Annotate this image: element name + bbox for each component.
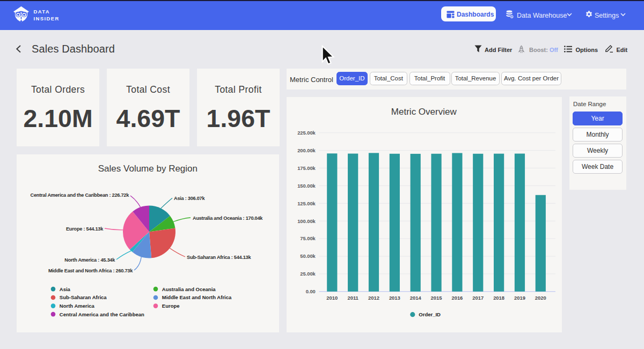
svg-text:North America: North America <box>60 303 95 309</box>
svg-text:2020: 2020 <box>535 295 546 301</box>
svg-text:Europe: Europe <box>162 303 180 309</box>
svg-text:100.00k: 100.00k <box>297 219 316 224</box>
svg-text:Central America and the Caribb: Central America and the Caribbean <box>60 311 144 317</box>
svg-text:2011: 2011 <box>347 295 358 301</box>
svg-text:Asia: Asia <box>60 286 71 292</box>
svg-text:2017: 2017 <box>472 295 484 301</box>
svg-text:2016: 2016 <box>451 295 463 301</box>
svg-text:2012: 2012 <box>368 295 379 301</box>
svg-text:Australia and Oceania : 170.04: Australia and Oceania : 170.04k <box>193 216 263 221</box>
svg-text:North America : 45.34k: North America : 45.34k <box>64 257 115 263</box>
svg-text:2015: 2015 <box>431 295 442 301</box>
svg-text:150.00k: 150.00k <box>297 183 316 189</box>
svg-text:Middle East and North Africa :: Middle East and North Africa : 260.73k <box>48 268 133 273</box>
svg-text:Metric Overview: Metric Overview <box>391 107 457 117</box>
svg-text:25.00k: 25.00k <box>300 271 316 277</box>
svg-text:Central America and the Caribb: Central America and the Caribbean : 226.… <box>31 192 130 198</box>
svg-text:2010: 2010 <box>326 295 338 301</box>
svg-text:75.00k: 75.00k <box>300 236 316 241</box>
svg-text:Sales Volume by Region: Sales Volume by Region <box>98 164 197 174</box>
svg-text:Europe : 544.13k: Europe : 544.13k <box>66 226 104 232</box>
svg-text:Sub-Saharan Africa: Sub-Saharan Africa <box>60 294 107 300</box>
svg-text:200.00k: 200.00k <box>297 148 316 153</box>
svg-text:Order_ID: Order_ID <box>419 311 441 317</box>
svg-text:225.00k: 225.00k <box>297 130 316 136</box>
svg-text:2013: 2013 <box>389 295 400 301</box>
svg-text:Sub-Saharan Africa : 544.13k: Sub-Saharan Africa : 544.13k <box>187 255 251 260</box>
svg-text:Asia : 306.07k: Asia : 306.07k <box>174 196 205 201</box>
svg-text:Middle East and North Africa: Middle East and North Africa <box>162 294 232 300</box>
svg-text:0.00: 0.00 <box>306 289 316 294</box>
svg-text:2014: 2014 <box>410 295 422 301</box>
svg-text:175.00k: 175.00k <box>297 166 316 171</box>
svg-text:125.00k: 125.00k <box>297 201 316 206</box>
svg-text:Australia and Oceania: Australia and Oceania <box>162 286 216 292</box>
svg-text:2019: 2019 <box>514 295 525 301</box>
svg-text:2018: 2018 <box>493 295 504 301</box>
svg-text:50.00k: 50.00k <box>300 254 316 259</box>
